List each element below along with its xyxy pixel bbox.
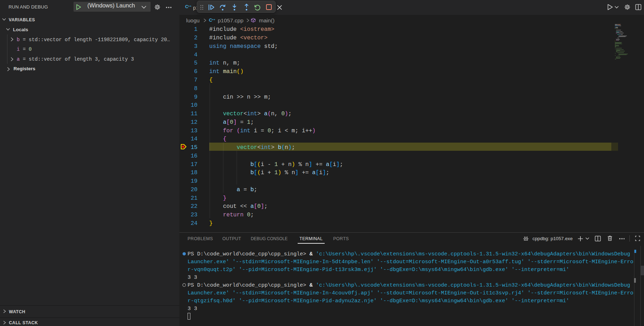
svg-text:++: ++ (212, 18, 216, 21)
svg-text:++: ++ (188, 5, 191, 8)
